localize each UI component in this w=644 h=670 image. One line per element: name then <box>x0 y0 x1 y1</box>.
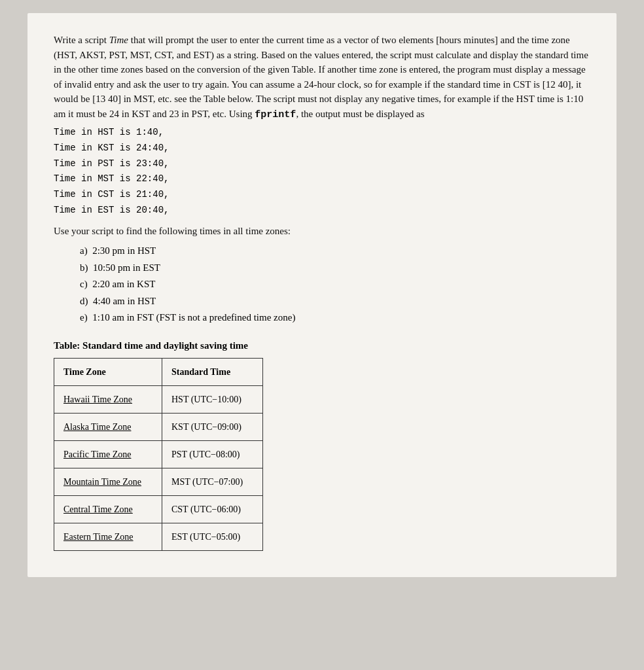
standard-pacific: PST (UTC−08:00) <box>162 441 262 468</box>
table-row: Eastern Time Zone EST (UTC−05:00) <box>54 523 263 551</box>
list-text-b: 10:50 pm in EST <box>93 262 160 273</box>
list-label-e: e) <box>80 312 88 323</box>
standard-mountain: MST (UTC−07:00) <box>162 468 262 496</box>
fprintf-keyword: fprintf <box>255 109 296 120</box>
table-row: Mountain Time Zone MST (UTC−07:00) <box>54 468 263 496</box>
code-line-6: Time in EST is 20:40, <box>54 203 590 219</box>
standard-alaska: KST (UTC−09:00) <box>162 414 262 441</box>
zone-central: Central Time Zone <box>54 496 162 523</box>
list-text-e: 1:10 am in FST (FST is not a predefined … <box>92 312 295 323</box>
zone-eastern: Eastern Time Zone <box>54 523 162 551</box>
time-zone-table: Time Zone Standard Time Hawaii Time Zone… <box>54 358 263 551</box>
list-label-a: a) <box>80 245 88 256</box>
list-label-b: b) <box>80 262 88 273</box>
page-container: Write a script Time that will prompt the… <box>27 13 617 577</box>
table-section: Table: Standard time and daylight saving… <box>54 338 590 552</box>
list-item-b: b) 10:50 pm in EST <box>80 260 590 275</box>
task-list: a) 2:30 pm in HST b) 10:50 pm in EST c) … <box>80 243 590 325</box>
list-label-d: d) <box>80 296 88 306</box>
zone-hawaii: Hawaii Time Zone <box>54 386 162 414</box>
fprintf-suffix: , the output must be displayed as <box>296 109 424 119</box>
table-title: Table: Standard time and daylight saving… <box>54 338 590 353</box>
col-header-standard: Standard Time <box>162 359 262 386</box>
zone-alaska: Alaska Time Zone <box>54 414 162 441</box>
code-line-3: Time in PST is 23:40, <box>54 156 590 172</box>
list-text-a: 2:30 pm in HST <box>92 245 156 256</box>
list-item-a: a) 2:30 pm in HST <box>80 243 590 258</box>
standard-central: CST (UTC−06:00) <box>162 496 262 523</box>
code-line-2: Time in KST is 24:40, <box>54 141 590 156</box>
code-block: Time in HST is 1:40, Time in KST is 24:4… <box>54 125 590 219</box>
table-row: Central Time Zone CST (UTC−06:00) <box>54 496 263 523</box>
use-script-text: Use your script to find the following ti… <box>54 224 590 239</box>
code-line-5: Time in CST is 21:40, <box>54 187 590 203</box>
table-row: Alaska Time Zone KST (UTC−09:00) <box>54 414 263 441</box>
col-header-timezone: Time Zone <box>54 359 162 386</box>
list-text-d: 4:40 am in HST <box>93 296 156 306</box>
italic-time: Time <box>109 35 128 45</box>
table-header-row: Time Zone Standard Time <box>54 359 263 386</box>
code-line-4: Time in MST is 22:40, <box>54 171 590 187</box>
table-row: Pacific Time Zone PST (UTC−08:00) <box>54 441 263 468</box>
standard-eastern: EST (UTC−05:00) <box>162 523 262 551</box>
list-label-c: c) <box>80 279 88 289</box>
table-row: Hawaii Time Zone HST (UTC−10:00) <box>54 386 263 414</box>
intro-paragraph: Write a script Time that will prompt the… <box>54 33 590 122</box>
standard-hawaii: HST (UTC−10:00) <box>162 386 262 414</box>
list-item-c: c) 2:20 am in KST <box>80 277 590 292</box>
zone-pacific: Pacific Time Zone <box>54 441 162 468</box>
code-line-1: Time in HST is 1:40, <box>54 125 590 141</box>
list-item-d: d) 4:40 am in HST <box>80 294 590 309</box>
zone-mountain: Mountain Time Zone <box>54 468 162 496</box>
list-text-c: 2:20 am in KST <box>92 279 155 289</box>
list-item-e: e) 1:10 am in FST (FST is not a predefin… <box>80 310 590 325</box>
